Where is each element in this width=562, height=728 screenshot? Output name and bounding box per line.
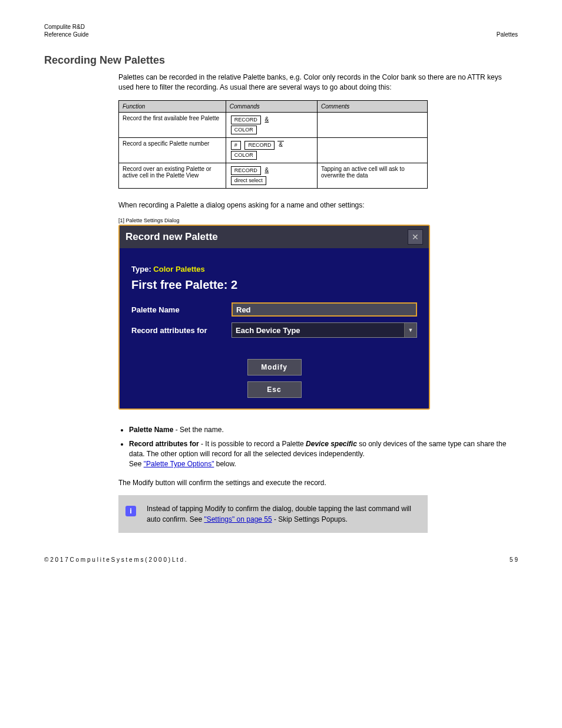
th-function: Function [119,100,226,112]
record-attributes-label: Record attributes for [131,326,232,335]
chevron-down-icon: ▼ [404,323,416,337]
key-color: COLOR [231,151,257,160]
section-heading: Recording New Palettes [44,54,518,67]
key-record: RECORD [231,116,261,124]
amp-icon: & [263,116,270,123]
record-attributes-select[interactable]: Each Device Type ▼ [232,322,417,338]
cell-comment [317,137,427,163]
command-table: Function Commands Comments Record the fi… [118,100,428,189]
modify-button[interactable]: Modify [247,359,302,375]
note-box: i Instead of tapping Modify to confirm t… [118,495,428,533]
intro-paragraph: Palettes can be recorded in the relative… [118,73,518,93]
legend-term: Palette Name [129,426,173,434]
info-icon: i [125,506,136,516]
cell-comment: Tapping an active cell will ask to overw… [317,163,427,188]
amp-icon: & [277,141,284,149]
legend-list: Palette Name - Set the name. Record attr… [118,425,518,470]
settings-link[interactable]: "Settings" on page 55 [204,515,272,523]
key-record: RECORD [231,166,261,175]
type-value: Color Palettes [153,265,204,274]
type-label: Type: [131,265,151,274]
cell-function: Record a specific Palette number [119,137,226,163]
key-direct-select: direct select [231,176,266,185]
footer-page-number: 5 9 [510,556,518,563]
legend-term: Record attributes for [129,440,199,448]
note-post: - Skip Settings Popups. [272,515,348,523]
key-color: COLOR [231,126,257,134]
cell-comment [317,112,427,137]
figure-caption: [1] Palette Settings Dialog [118,218,518,223]
key-hash: # [231,141,241,150]
legend-text: - Set the name. [173,426,223,434]
footer-copyright: © 2 0 1 7 C o m p u l i t e S y s t e m … [44,556,187,563]
list-item: Palette Name - Set the name. [129,425,518,435]
esc-button[interactable]: Esc [247,381,302,398]
table-row: Record a specific Palette number # RECOR… [119,137,428,163]
cell-function: Record over an existing Palette or activ… [119,163,226,188]
key-record: RECORD [244,141,275,150]
close-icon: ✕ [412,232,419,242]
modify-desc: The Modify button will confirm the setti… [118,478,518,488]
palette-name-label: Palette Name [131,305,232,314]
table-row: Record over an existing Palette or activ… [119,163,428,188]
table-row: Record the first available free Palette … [119,112,428,137]
cell-function: Record the first available free Palette [119,112,226,137]
cell-commands: RECORD & direct select [226,163,317,188]
list-item: Record attributes for - It is possible t… [129,439,518,470]
record-palette-dialog: Record new Palette ✕ Type: Color Palette… [118,225,430,410]
header-right: Palettes [497,31,518,38]
legend-text: - It is possible to record a Palette [199,440,306,448]
close-button[interactable]: ✕ [408,229,423,245]
palette-type-options-link[interactable]: "Palette Type Options" [144,460,214,468]
see-post: below. [214,460,236,468]
product-name: Compulite R&D [44,24,518,30]
cell-commands: # RECORD & COLOR [226,137,317,163]
first-free-label: First free Palette: 2 [131,278,417,292]
dialog-title: Record new Palette [125,231,218,243]
select-value: Each Device Type [236,326,300,335]
see-pre: See [129,460,144,468]
th-commands: Commands [226,100,317,112]
legend-italic: Device specific [306,440,357,448]
header-left: Reference Guide [44,31,89,38]
th-comments: Comments [317,100,427,112]
palette-name-input[interactable] [232,302,417,317]
amp-icon: & [263,167,270,173]
cell-commands: RECORD & COLOR [226,112,317,137]
record-dialog-intro: When recording a Palette a dialog opens … [118,200,518,210]
